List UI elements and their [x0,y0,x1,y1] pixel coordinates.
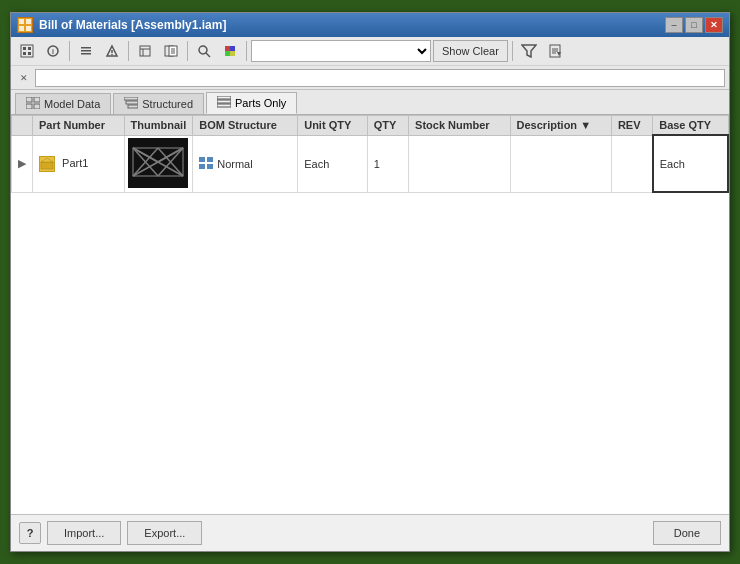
bom-structure-value: Normal [217,158,252,170]
window-icon [17,17,33,33]
toolbar-btn-4[interactable] [100,40,124,62]
part-number-value: Part1 [62,156,88,168]
toolbar-btn-1[interactable] [15,40,39,62]
toolbar-sep-5 [512,41,513,61]
qty-cell: 1 [367,135,408,192]
bom-structure-icon [199,157,213,171]
svg-rect-7 [23,52,26,55]
svg-rect-47 [41,162,53,169]
svg-rect-2 [19,26,24,31]
svg-rect-37 [26,97,32,102]
col-expand [12,116,33,136]
thumbnail-cell [124,135,193,192]
toolbar-btn-6[interactable] [159,40,183,62]
col-bom-structure: BOM Structure [193,116,298,136]
svg-line-26 [206,53,210,57]
toolbar-btn-3[interactable] [74,40,98,62]
description-cell [510,135,611,192]
svg-text:i: i [52,48,54,55]
svg-rect-42 [126,101,138,104]
bom-structure-content: Normal [199,157,291,171]
toolbar-area: i [11,37,729,90]
svg-rect-3 [26,26,31,31]
window-controls: – □ ✕ [665,17,723,33]
col-description: Description ▼ [510,116,611,136]
parts-only-icon [217,96,231,110]
col-unit-qty: Unit QTY [298,116,368,136]
help-button[interactable]: ? [19,522,41,544]
tab-parts-only-label: Parts Only [235,97,286,109]
bom-structure-cell: Normal [193,135,298,192]
svg-rect-30 [230,51,235,56]
toolbar-btn-2[interactable]: i [41,40,65,62]
row-expand[interactable]: ▶ [12,135,33,192]
base-qty-cell: Each [653,135,728,192]
svg-rect-28 [230,46,235,51]
toolbar-small-btn[interactable]: ✕ [15,69,33,87]
svg-rect-46 [217,104,231,107]
svg-rect-13 [81,53,91,55]
toolbar-sep-3 [187,41,188,61]
svg-marker-31 [522,45,536,57]
bom-table: Part Number Thumbnail BOM Structure Unit… [11,115,729,193]
minimize-button[interactable]: – [665,17,683,33]
svg-rect-62 [207,164,213,169]
svg-rect-27 [225,46,230,51]
col-rev: REV [611,116,652,136]
export-button[interactable]: Export... [127,521,202,545]
svg-point-25 [199,46,207,54]
col-base-qty: Base QTY [653,116,728,136]
toolbar-btn-5[interactable] [133,40,157,62]
toolbar-row-2: ✕ [11,65,729,89]
svg-rect-43 [128,105,138,108]
table-header-row: Part Number Thumbnail BOM Structure Unit… [12,116,729,136]
main-window: Bill of Materials [Assembly1.iam] – □ ✕ [10,12,730,552]
svg-rect-6 [28,47,31,50]
title-bar: Bill of Materials [Assembly1.iam] – □ ✕ [11,13,729,37]
svg-marker-48 [41,158,53,162]
svg-rect-44 [217,96,231,99]
tabs-row: Model Data Structured Parts Only [11,90,729,115]
svg-rect-5 [23,47,26,50]
svg-point-16 [111,54,113,56]
col-thumbnail: Thumbnail [124,116,193,136]
footer-left: ? Import... Export... [19,521,202,545]
done-button[interactable]: Done [653,521,721,545]
col-qty: QTY [367,116,408,136]
svg-rect-8 [28,52,31,55]
svg-rect-49 [128,138,188,188]
svg-rect-59 [199,157,205,162]
search-input[interactable] [35,69,725,87]
svg-rect-39 [26,104,32,109]
svg-rect-29 [225,51,230,56]
part-number-cell: Part1 [33,135,125,192]
tab-structured-label: Structured [142,98,193,110]
window-title: Bill of Materials [Assembly1.iam] [39,18,665,32]
toolbar-btn-8[interactable] [218,40,242,62]
toolbar-sep-4 [246,41,247,61]
svg-rect-45 [217,100,231,103]
tab-model-data[interactable]: Model Data [15,93,111,114]
toolbar-sep-1 [69,41,70,61]
show-clear-button[interactable]: Show Clear [433,40,508,62]
thumbnail-image [128,138,188,188]
toolbar-btn-7[interactable] [192,40,216,62]
toolbar-btn-9[interactable] [543,40,567,62]
toolbar-btn-filter[interactable] [517,40,541,62]
svg-rect-40 [34,104,40,109]
svg-rect-17 [140,46,150,56]
svg-rect-60 [207,157,213,162]
maximize-button[interactable]: □ [685,17,703,33]
tab-structured[interactable]: Structured [113,93,204,114]
table-container: Part Number Thumbnail BOM Structure Unit… [11,115,729,514]
table-row: ▶ Part1 [12,135,729,192]
toolbar-dropdown[interactable] [251,40,431,62]
unit-qty-cell: Each [298,135,368,192]
tab-parts-only[interactable]: Parts Only [206,92,297,114]
import-button[interactable]: Import... [47,521,121,545]
col-stock-number: Stock Number [409,116,510,136]
close-button[interactable]: ✕ [705,17,723,33]
svg-rect-41 [124,97,138,100]
part-icon [39,156,55,172]
stock-number-cell [409,135,510,192]
